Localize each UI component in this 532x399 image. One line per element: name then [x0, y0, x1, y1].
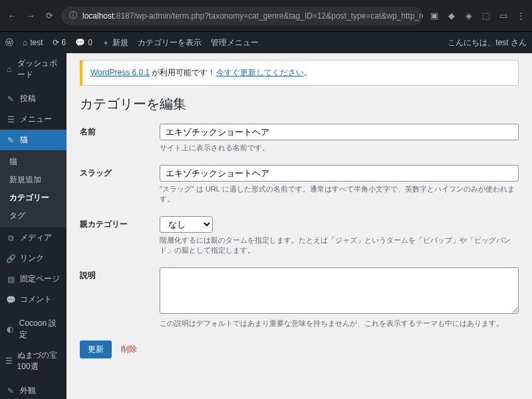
- label-name: 名前: [80, 124, 160, 138]
- menu-cocoon[interactable]: ◐Cocoon 設定: [0, 313, 66, 345]
- comments-link[interactable]: 💬 0: [75, 38, 92, 47]
- pin-icon: ✎: [5, 136, 16, 145]
- menu-label: メニュー: [20, 114, 52, 125]
- menu-label: コメント: [20, 294, 52, 305]
- desc-slug: "スラッグ" は URL に適した形式の名前です。通常はすべて半角小文字で、英数…: [160, 184, 519, 204]
- new-label: 新規: [112, 37, 128, 49]
- sub-add-new[interactable]: 新規追加: [0, 171, 66, 189]
- delete-link[interactable]: 削除: [121, 344, 137, 355]
- info-icon: ⓘ: [69, 10, 77, 21]
- media-icon: ⧉: [5, 233, 16, 243]
- sub-all[interactable]: 猫: [0, 153, 66, 171]
- admin-menu-link[interactable]: 管理メニュー: [211, 37, 259, 49]
- label-parent: 親カテゴリー: [80, 216, 160, 230]
- list-icon: ☰: [5, 356, 13, 366]
- sub-category[interactable]: カテゴリー: [0, 189, 66, 207]
- page-title: カテゴリーを編集: [80, 95, 519, 113]
- row-slug: スラッグ "スラッグ" は URL に適した形式の名前です。通常はすべて半角小文…: [80, 165, 519, 204]
- link-icon: 🔗: [5, 254, 16, 263]
- textarea-description[interactable]: [160, 267, 519, 314]
- menu-menus[interactable]: ☰メニュー: [0, 109, 66, 130]
- ext-icon-5[interactable]: ▭: [497, 10, 509, 22]
- menu-appearance[interactable]: ✎外観: [0, 380, 66, 399]
- menu-label: 外観: [20, 385, 36, 396]
- label-description: 説明: [80, 267, 160, 281]
- browser-chrome: ← → ⟳ ⓘ localhost:8187/wp-admin/term.php…: [0, 0, 532, 32]
- menu-media[interactable]: ⧉メディア: [0, 227, 66, 248]
- update-button[interactable]: 更新: [80, 340, 112, 358]
- ext-icon-4[interactable]: ⬚: [480, 10, 492, 22]
- row-name: 名前 サイト上に表示される名前です。: [80, 124, 519, 153]
- menu-links[interactable]: 🔗リンク: [0, 248, 66, 269]
- site-name: test: [30, 38, 43, 47]
- forward-icon[interactable]: →: [24, 9, 37, 23]
- menu-label: ぬまづの宝100選: [17, 350, 61, 372]
- menu-posts[interactable]: ✎投稿: [0, 88, 66, 109]
- new-link[interactable]: ＋ 新規: [102, 37, 128, 49]
- sub-tag[interactable]: タグ: [0, 207, 66, 225]
- site-link[interactable]: ⌂ test: [23, 38, 43, 47]
- updates-link[interactable]: ⟳ 6: [53, 38, 66, 47]
- desc-description: この説明はデフォルトではあまり重要な意味を持ちませんが、これを表示するテーマも中…: [160, 319, 519, 329]
- ext-icon-2[interactable]: ◆: [446, 10, 458, 22]
- reload-icon[interactable]: ⟳: [43, 9, 56, 23]
- select-parent[interactable]: なし: [160, 216, 213, 233]
- pin-icon: ✎: [5, 94, 16, 104]
- submenu-cats: 猫 新規追加 カテゴリー タグ: [0, 150, 66, 227]
- ext-icon-1[interactable]: ▣: [428, 10, 440, 22]
- row-parent: 親カテゴリー なし 階層化するには親のタームを指定します。たとえば「ジャズ」とい…: [80, 216, 519, 255]
- menu-label: メディア: [20, 232, 52, 243]
- url-path: :8187/wp-admin/term.php?taxonomy=cat_gen…: [114, 11, 423, 21]
- comment-icon: 💬: [5, 295, 16, 305]
- menu-label: リンク: [20, 253, 44, 264]
- url-host: localhost: [82, 11, 114, 21]
- cocoon-icon: ◐: [5, 325, 15, 334]
- wp-version-link[interactable]: WordPress 6.0.1: [90, 68, 150, 77]
- dashboard-icon: ⌂: [5, 65, 13, 74]
- menu-label: 猫: [20, 134, 28, 146]
- desc-parent: 階層化するには親のタームを指定します。たとえば「ジャズ」というタームを「ビバップ…: [160, 235, 519, 255]
- greeting[interactable]: こんにちは、test さん: [448, 37, 527, 49]
- row-description: 説明 この説明はデフォルトではあまり重要な意味を持ちませんが、これを表示するテー…: [80, 267, 519, 329]
- update-notice: WordPress 6.0.1 が利用可能です！今すぐ更新してください。: [80, 60, 519, 86]
- ext-icon-3[interactable]: ◈: [463, 10, 475, 22]
- input-name[interactable]: [160, 124, 519, 140]
- menu-label: ダッシュボード: [17, 58, 61, 80]
- desc-name: サイト上に表示される名前です。: [160, 143, 519, 153]
- wp-adminbar: ⓦ ⌂ test ⟳ 6 💬 0 ＋ 新規 カテゴリーを表示 管理メニュー こん…: [0, 32, 532, 53]
- menu-label: Cocoon 設定: [19, 318, 61, 340]
- back-icon[interactable]: ←: [5, 9, 19, 23]
- label-slug: スラッグ: [80, 165, 160, 179]
- wp-logo-icon[interactable]: ⓦ: [5, 37, 13, 49]
- menu-pages[interactable]: ▤固定ページ: [0, 269, 66, 289]
- comments-count: 0: [88, 38, 92, 47]
- menu-numazu[interactable]: ☰ぬまづの宝100選: [0, 345, 66, 377]
- menu-icon: ☰: [5, 115, 16, 124]
- url-bar[interactable]: ⓘ localhost:8187/wp-admin/term.php?taxon…: [61, 7, 423, 25]
- main-content: WordPress 6.0.1 が利用可能です！今すぐ更新してください。 カテゴ…: [66, 53, 532, 399]
- admin-sidebar: ⌂ダッシュボード ✎投稿 ☰メニュー ✎猫 猫 新規追加 カテゴリー タグ ⧉メ…: [0, 53, 66, 399]
- update-now-link[interactable]: 今すぐ更新してください: [216, 68, 304, 77]
- page-icon: ▤: [5, 275, 16, 284]
- menu-cats[interactable]: ✎猫: [0, 130, 66, 150]
- menu-label: 投稿: [20, 93, 36, 104]
- menu-dashboard[interactable]: ⌂ダッシュボード: [0, 53, 66, 85]
- show-category-link[interactable]: カテゴリーを表示: [138, 37, 201, 49]
- updates-count: 6: [62, 38, 66, 47]
- notice-text: が利用可能です！: [150, 68, 215, 77]
- brush-icon: ✎: [5, 386, 16, 396]
- input-slug[interactable]: [160, 165, 519, 182]
- menu-label: 固定ページ: [20, 273, 60, 285]
- menu-icon[interactable]: ⋮: [515, 10, 527, 22]
- form-actions: 更新 削除: [80, 340, 519, 358]
- menu-comments[interactable]: 💬コメント: [0, 289, 66, 310]
